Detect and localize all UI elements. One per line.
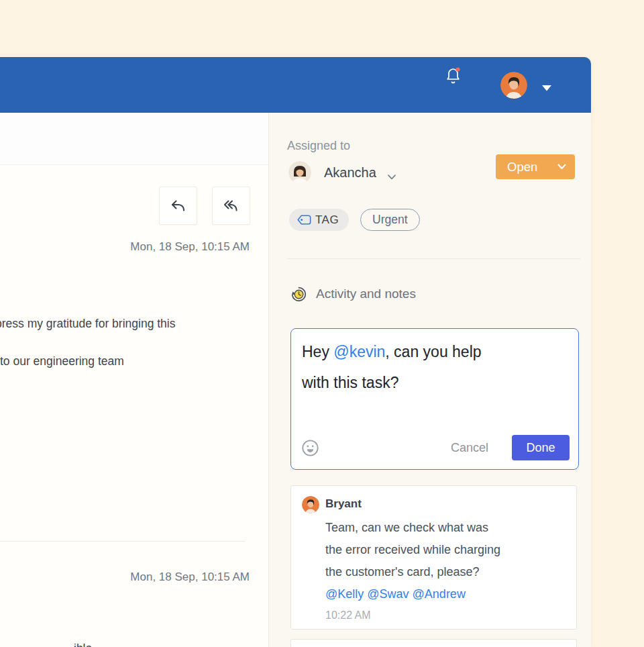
conversation-toolbar xyxy=(0,113,268,165)
next-note-card-partial xyxy=(290,639,577,647)
activity-section-title: Activity and notes xyxy=(316,287,416,301)
reply-button[interactable] xyxy=(159,187,197,225)
conversation-panel: Mon, 18 Sep, 10:15 AM press my gratitude… xyxy=(0,113,269,647)
note-author-avatar xyxy=(302,496,319,513)
ticket-details-panel: Assigned to Akancha Open xyxy=(269,113,591,647)
email-body-line-clipped: ible xyxy=(74,642,92,647)
priority-pill-urgent[interactable]: Urgent xyxy=(360,209,420,231)
reply-all-icon xyxy=(222,197,240,215)
user-avatar[interactable] xyxy=(500,72,527,99)
note-timestamp: 10:22 AM xyxy=(325,609,500,621)
note-composer-text[interactable]: Hey @kevin, can you help with this task? xyxy=(302,336,482,398)
top-navigation-bar xyxy=(0,57,591,113)
note-body: Bryant Team, can we check what was the e… xyxy=(325,495,500,619)
assignee-name[interactable]: Akancha xyxy=(324,165,376,181)
tag-pill-label: TAG xyxy=(315,213,339,227)
note-author-name: Bryant xyxy=(325,497,500,511)
app-window: Mon, 18 Sep, 10:15 AM press my gratitude… xyxy=(0,57,591,647)
status-dropdown-button[interactable]: Open xyxy=(496,154,575,179)
done-button[interactable]: Done xyxy=(512,435,570,460)
note-text-line: the error received while charging xyxy=(325,539,500,561)
reply-all-button[interactable] xyxy=(212,187,250,225)
note-text-line: Team, can we check what was xyxy=(325,517,500,539)
assignee-avatar[interactable] xyxy=(288,161,311,184)
priority-pill-label: Urgent xyxy=(372,213,408,227)
note-composer[interactable]: Hey @kevin, can you help with this task?… xyxy=(290,328,579,470)
note-text-line: the customer's card, please? xyxy=(325,561,500,583)
assigned-to-label: Assigned to xyxy=(287,139,350,153)
message-timestamp: Mon, 18 Sep, 10:15 AM xyxy=(130,570,250,584)
message-divider xyxy=(0,541,245,542)
composer-line: Hey @kevin, can you help xyxy=(302,336,482,367)
mention-kevin[interactable]: @kevin xyxy=(333,343,385,360)
activity-history-clock-icon xyxy=(290,286,307,302)
notification-dot xyxy=(456,68,460,72)
notification-bell-icon[interactable] xyxy=(444,66,462,86)
profile-menu-chevron-down-icon[interactable] xyxy=(542,82,551,88)
status-label: Open xyxy=(507,160,557,175)
composer-footer: Cancel Done xyxy=(301,435,570,460)
assignee-chevron-down-icon[interactable] xyxy=(388,170,396,183)
status-chevron-down-icon xyxy=(557,164,566,170)
tag-icon xyxy=(297,215,311,225)
message-timestamp: Mon, 18 Sep, 10:15 AM xyxy=(130,240,250,254)
tag-pill[interactable]: TAG xyxy=(289,209,349,231)
composer-line: with this task? xyxy=(302,367,482,398)
email-body-line: to our engineering team xyxy=(0,354,124,368)
note-mentions[interactable]: @Kelly @Swav @Andrew xyxy=(325,583,500,605)
reply-icon xyxy=(169,197,187,215)
cancel-button[interactable]: Cancel xyxy=(447,440,492,456)
email-body-line: press my gratitude for bringing this xyxy=(0,317,175,331)
activity-section-header: Activity and notes xyxy=(290,286,416,302)
section-divider xyxy=(287,258,581,259)
note-card: Bryant Team, can we check what was the e… xyxy=(290,485,577,630)
emoji-picker-icon[interactable] xyxy=(301,439,319,457)
